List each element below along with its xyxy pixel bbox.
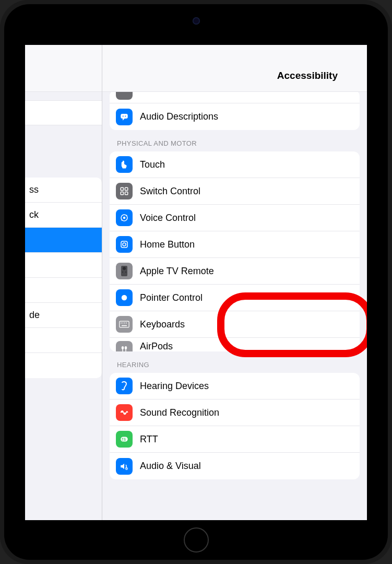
- row-label: Touch: [140, 159, 165, 170]
- svg-point-10: [121, 219, 122, 220]
- ear-icon: [116, 378, 133, 394]
- svg-point-1: [123, 115, 124, 116]
- row-label: Home Button: [140, 239, 195, 250]
- settings-row-apple-tv-remote[interactable]: Apple TV Remote: [110, 258, 360, 285]
- settings-row-audio-visual[interactable]: Audio & Visual: [110, 453, 360, 479]
- sidebar-item[interactable]: ss: [25, 178, 102, 203]
- sidebar-item[interactable]: de: [25, 303, 102, 328]
- svg-rect-27: [125, 349, 126, 352]
- row-label: Voice Control: [140, 213, 196, 224]
- settings-row-switch-control[interactable]: Switch Control: [110, 178, 360, 205]
- airpods-icon: [116, 341, 133, 351]
- ipad-frame: ssckde Accessibility: [0, 0, 392, 564]
- svg-point-15: [122, 272, 123, 273]
- detail-content[interactable]: Audio Descriptions PHYSICAL AND MOTORTou…: [102, 92, 367, 520]
- audiovisual-icon: [116, 458, 133, 475]
- rtt-icon: [116, 431, 133, 448]
- sidebar-item[interactable]: [25, 253, 102, 278]
- row-label: RTT: [140, 434, 158, 445]
- sidebar-item[interactable]: [25, 353, 102, 378]
- svg-point-2: [125, 115, 126, 116]
- svg-rect-25: [122, 349, 123, 352]
- sidebar-item[interactable]: [25, 228, 102, 253]
- svg-rect-28: [121, 437, 128, 442]
- settings-row-sound-recognition[interactable]: Sound Recognition: [110, 400, 360, 426]
- svg-rect-11: [121, 241, 127, 248]
- row-label: Keyboards: [140, 319, 185, 330]
- svg-point-12: [123, 243, 126, 246]
- detail-pane: Accessibility Audio: [102, 45, 367, 520]
- svg-rect-19: [121, 323, 122, 324]
- front-camera: [193, 17, 200, 25]
- svg-rect-6: [125, 192, 128, 195]
- row-label: Pointer Control: [140, 292, 203, 303]
- group-partial-top: Audio Descriptions: [110, 92, 360, 130]
- svg-rect-5: [121, 192, 123, 195]
- row-label: Audio & Visual: [140, 461, 201, 472]
- settings-row-hearing-devices[interactable]: Hearing Devices: [110, 373, 360, 400]
- keyboard-icon: [116, 316, 133, 333]
- spoken-content-icon: [116, 92, 133, 100]
- switch-icon: [116, 183, 133, 199]
- settings-row-home-button[interactable]: Home Button: [110, 231, 360, 258]
- page-title: Accessibility: [277, 70, 338, 81]
- speech-bubble-icon: [116, 109, 133, 125]
- settings-sidebar[interactable]: ssckde: [25, 45, 102, 520]
- settings-row-rtt[interactable]: RTT: [110, 426, 360, 453]
- row-partial-first[interactable]: [110, 92, 360, 103]
- voice-icon: [116, 209, 133, 226]
- pointer-icon: [116, 289, 133, 306]
- touch-icon: [116, 156, 133, 173]
- row-label: Hearing Devices: [140, 381, 209, 392]
- sidebar-item[interactable]: [25, 328, 102, 353]
- svg-point-9: [126, 215, 127, 216]
- row-audio-descriptions[interactable]: Audio Descriptions: [110, 103, 360, 130]
- svg-point-16: [125, 272, 126, 273]
- row-label: AirPods: [140, 341, 173, 351]
- svg-rect-21: [124, 323, 125, 324]
- row-label: Audio Descriptions: [140, 111, 218, 122]
- sidebar-group: ssckde: [25, 178, 102, 378]
- svg-rect-0: [121, 114, 128, 119]
- svg-point-8: [123, 217, 126, 219]
- home-icon: [116, 236, 133, 253]
- section-header: PHYSICAL AND MOTOR: [110, 130, 360, 151]
- sidebar-navbar: [25, 45, 102, 92]
- svg-point-34: [126, 468, 127, 468]
- row-label: Apple TV Remote: [140, 266, 214, 277]
- svg-rect-22: [126, 323, 127, 324]
- settings-row-keyboards[interactable]: Keyboards: [110, 311, 360, 338]
- svg-point-14: [123, 267, 126, 270]
- remote-icon: [116, 263, 133, 279]
- sidebar-row-blank-top[interactable]: [25, 100, 102, 125]
- ipad-inner: ssckde Accessibility: [4, 4, 388, 560]
- sound-icon: [116, 404, 133, 421]
- svg-rect-18: [120, 321, 129, 327]
- sidebar-item[interactable]: ck: [25, 203, 102, 228]
- settings-row-airpods[interactable]: AirPods: [110, 338, 360, 351]
- svg-point-17: [122, 295, 127, 301]
- settings-group: TouchSwitch ControlVoice ControlHome But…: [110, 151, 360, 351]
- home-button[interactable]: [184, 527, 209, 553]
- svg-rect-32: [124, 440, 126, 441]
- sidebar-item[interactable]: [25, 278, 102, 303]
- settings-row-voice-control[interactable]: Voice Control: [110, 205, 360, 231]
- svg-rect-23: [122, 325, 127, 326]
- svg-rect-31: [122, 440, 123, 441]
- svg-rect-29: [122, 438, 124, 439]
- settings-group: Hearing DevicesSound RecognitionRTTAudio…: [110, 373, 360, 479]
- svg-rect-3: [121, 187, 123, 190]
- detail-navbar: Accessibility: [102, 45, 367, 92]
- svg-rect-20: [123, 323, 124, 324]
- svg-rect-30: [124, 438, 125, 439]
- row-label: Sound Recognition: [140, 407, 219, 418]
- row-label: Switch Control: [140, 186, 200, 197]
- settings-row-pointer-control[interactable]: Pointer Control: [110, 285, 360, 311]
- screen: ssckde Accessibility: [25, 45, 367, 520]
- settings-row-touch[interactable]: Touch: [110, 151, 360, 178]
- svg-rect-4: [125, 187, 128, 190]
- section-header: HEARING: [110, 351, 360, 373]
